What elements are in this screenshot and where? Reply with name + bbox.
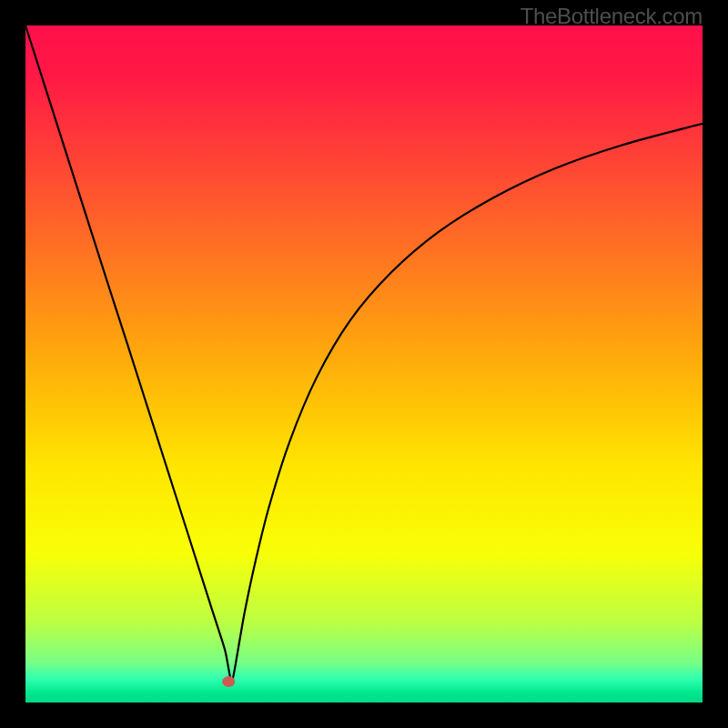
plot-area — [25, 25, 703, 703]
bottleneck-chart — [25, 25, 703, 703]
minimum-marker — [222, 676, 235, 687]
watermark-text: TheBottleneck.com — [521, 4, 703, 29]
chart-frame: TheBottleneck.com — [0, 0, 728, 728]
gradient-background — [25, 25, 703, 703]
